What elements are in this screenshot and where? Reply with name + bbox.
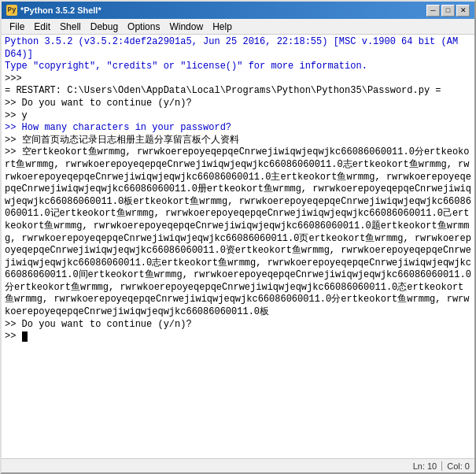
menu-item-help[interactable]: Help	[208, 20, 237, 34]
menu-item-edit[interactable]: Edit	[29, 20, 55, 34]
python-icon: Py	[6, 5, 17, 16]
shell-line: >> How many characters in your password?	[5, 122, 471, 135]
shell-line: >> 空间首页动态记录日志相册主题分享留言板个人资料	[5, 135, 471, 147]
column-number: Col: 0	[447, 461, 470, 471]
shell-line: >> Do you want to continue (y/n)?	[5, 319, 471, 331]
shell-line: >>	[5, 331, 471, 343]
shell-line: >> y	[5, 110, 471, 123]
status-bar: Ln: 10 Col: 0	[2, 458, 474, 472]
menu-item-window[interactable]: Window	[164, 20, 208, 34]
menu-item-options[interactable]: Options	[123, 20, 164, 34]
status-divider	[441, 461, 442, 471]
menu-item-shell[interactable]: Shell	[55, 20, 86, 34]
shell-line: >>>	[5, 73, 471, 86]
main-window: Py *Python 3.5.2 Shell* ─ □ ✕ FileEditSh…	[0, 0, 476, 474]
shell-line: >> Do you want to continue (y/n)?	[5, 98, 471, 110]
shell-line: Type "copyright", "credits" or "license(…	[5, 61, 471, 73]
menu-bar: FileEditShellDebugOptionsWindowHelp	[2, 19, 474, 35]
title-bar-left: Py *Python 3.5.2 Shell*	[6, 5, 101, 16]
window-title: *Python 3.5.2 Shell*	[20, 6, 101, 15]
menu-item-debug[interactable]: Debug	[86, 20, 123, 34]
minimize-button[interactable]: ─	[426, 5, 440, 17]
shell-line: >> 空ertkeokort鱼wrmmg, rwrwkoerepoyeqepqe…	[5, 146, 471, 318]
menu-item-file[interactable]: File	[5, 20, 29, 34]
shell-line: D64)]	[5, 49, 471, 61]
title-bar-buttons: ─ □ ✕	[426, 5, 470, 17]
maximize-button[interactable]: □	[441, 5, 455, 17]
shell-line: = RESTART: C:\Users\Oden\AppData\Local\P…	[5, 85, 471, 98]
title-bar: Py *Python 3.5.2 Shell* ─ □ ✕	[2, 2, 474, 19]
line-number: Ln: 10	[413, 461, 437, 471]
shell-output[interactable]: Python 3.5.2 (v3.5.2:4def2a2901a5, Jun 2…	[2, 35, 474, 458]
shell-line: Python 3.5.2 (v3.5.2:4def2a2901a5, Jun 2…	[5, 36, 471, 49]
cursor	[22, 331, 28, 342]
close-button[interactable]: ✕	[456, 5, 470, 17]
